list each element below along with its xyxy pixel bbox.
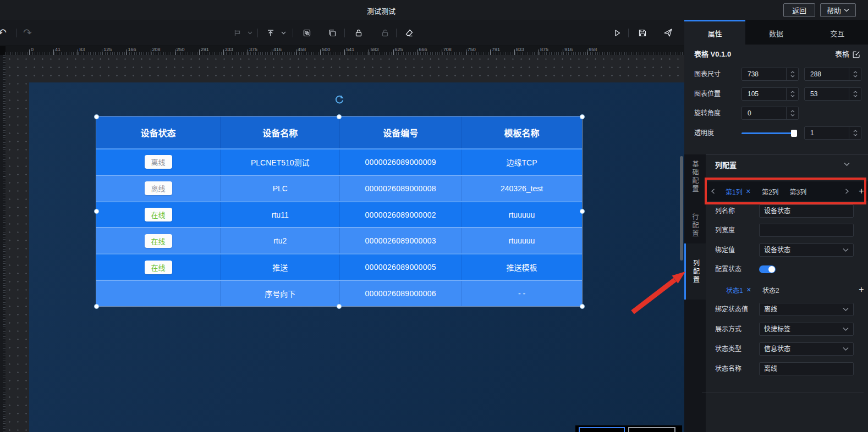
- select-field[interactable]: 快捷标签: [759, 323, 854, 336]
- selection-handle[interactable]: [580, 209, 585, 214]
- panel-scrollbar[interactable]: [680, 156, 683, 261]
- back-button[interactable]: 返回: [783, 3, 815, 17]
- publish-icon[interactable]: [661, 26, 674, 40]
- selection-handle[interactable]: [580, 304, 585, 309]
- chart-width-input[interactable]: 738: [741, 68, 799, 81]
- close-icon[interactable]: ✕: [746, 188, 751, 195]
- ruler-label: 0: [31, 47, 34, 52]
- device-code-cell: 0000026089000005: [339, 254, 461, 280]
- unlock-icon[interactable]: [378, 26, 392, 40]
- redo-icon[interactable]: ↷: [21, 26, 34, 40]
- chart-y-input[interactable]: 53: [804, 87, 861, 101]
- opacity-slider[interactable]: [741, 132, 796, 134]
- select-field[interactable]: 信息状态: [759, 342, 854, 356]
- table-widget[interactable]: 设备状态设备名称设备编号模板名称 离线PLCNET510测试0000026089…: [96, 117, 582, 306]
- close-icon[interactable]: ✕: [746, 286, 751, 293]
- ruler-tick: [344, 49, 345, 55]
- ruler-label: 625: [395, 47, 403, 52]
- minimap-viewport[interactable]: [579, 427, 625, 432]
- field-value: 离线: [764, 363, 777, 375]
- selection-handle[interactable]: [94, 209, 99, 214]
- status-tab[interactable]: 状态1✕: [726, 285, 751, 295]
- ruler-label: 708: [443, 47, 452, 52]
- table-row: 序号向下0000026089000006- -: [96, 280, 582, 306]
- input-field[interactable]: [759, 224, 854, 237]
- ruler-label: 958: [589, 47, 597, 52]
- play-icon[interactable]: [611, 26, 624, 40]
- horizontal-ruler: 0418312516620825029133337541645850054158…: [0, 46, 684, 55]
- widget-title: 表格 V0.1.0: [694, 48, 731, 61]
- help-button[interactable]: 帮助: [820, 3, 856, 17]
- minimap-frame[interactable]: [628, 427, 675, 432]
- copy-icon[interactable]: [326, 26, 339, 40]
- device-name-cell: rtu2: [220, 228, 339, 253]
- selection-handle[interactable]: [94, 304, 99, 309]
- stepper[interactable]: [849, 88, 861, 100]
- stepper[interactable]: [786, 88, 798, 100]
- rotate-handle-icon[interactable]: [333, 93, 345, 106]
- column-tab[interactable]: 第2列: [762, 187, 779, 196]
- stepper[interactable]: [849, 68, 861, 80]
- status-cell: 离线: [96, 149, 220, 175]
- sidebar-item-row-config[interactable]: 行配置: [684, 211, 706, 240]
- stepper[interactable]: [786, 68, 798, 80]
- design-canvas[interactable]: 设备状态设备名称设备编号模板名称 离线PLCNET510测试0000026089…: [29, 82, 684, 432]
- add-column-button[interactable]: +: [855, 186, 868, 196]
- tab-properties[interactable]: 属性: [684, 20, 745, 45]
- stepper[interactable]: [786, 107, 798, 119]
- chevron-down-icon[interactable]: [844, 162, 850, 167]
- rotate-label: 旋转角度: [694, 107, 721, 120]
- save-icon[interactable]: [636, 26, 649, 40]
- sidebar-item-column-config[interactable]: 列配置: [684, 243, 706, 300]
- eraser-icon[interactable]: [403, 26, 416, 40]
- opacity-input[interactable]: 1: [804, 126, 861, 140]
- group-icon[interactable]: [300, 26, 314, 40]
- ruler-label: 83: [79, 47, 85, 52]
- status-tab-label: 状态1: [726, 285, 743, 295]
- tab-interaction[interactable]: 交互: [807, 20, 868, 45]
- chevron-down-icon[interactable]: [277, 26, 290, 40]
- config-status-toggle[interactable]: [759, 265, 776, 273]
- chevron-left-icon[interactable]: [706, 189, 720, 194]
- tab-data[interactable]: 数据: [745, 20, 806, 45]
- chart-x-input[interactable]: 105: [741, 87, 799, 101]
- align-top-icon[interactable]: [264, 26, 277, 40]
- edit-icon[interactable]: [853, 51, 860, 58]
- chevron-right-icon[interactable]: [839, 189, 854, 194]
- field-label: 状态类型: [715, 342, 741, 356]
- undo-icon[interactable]: ↶: [0, 26, 9, 40]
- stepper[interactable]: [849, 127, 861, 139]
- ruler-label: 583: [370, 47, 378, 52]
- lock-icon[interactable]: [352, 26, 365, 40]
- input-field[interactable]: 离线: [759, 362, 854, 375]
- field-label: 绑定状态值: [715, 303, 748, 316]
- input-field[interactable]: 设备状态: [759, 204, 854, 218]
- rotate-input[interactable]: 0: [741, 107, 799, 120]
- align-flag-icon[interactable]: [231, 26, 244, 40]
- opacity-slider-thumb[interactable]: [791, 130, 797, 137]
- selection-handle[interactable]: [337, 114, 342, 119]
- table-header-cell: 设备状态: [96, 117, 220, 148]
- chevron-down-icon[interactable]: [243, 26, 256, 40]
- position-label: 图表位置: [694, 87, 721, 101]
- vertical-ruler: [0, 55, 6, 432]
- select-field[interactable]: 离线: [759, 303, 854, 316]
- select-field[interactable]: 设备状态: [759, 243, 854, 257]
- selection-handle[interactable]: [94, 114, 99, 119]
- minimap[interactable]: [575, 425, 682, 432]
- field-label: 状态名称: [715, 362, 741, 375]
- add-status-button[interactable]: +: [855, 285, 868, 295]
- selection-handle[interactable]: [580, 114, 585, 119]
- status-tab[interactable]: 状态2: [762, 285, 779, 295]
- ruler-label: 125: [103, 47, 112, 52]
- table-header-cell: 设备名称: [220, 117, 339, 148]
- chart-height-input[interactable]: 288: [804, 68, 861, 81]
- sidebar-item-basic-config[interactable]: 基础配置: [684, 158, 706, 196]
- chevron-down-icon: [844, 8, 849, 12]
- device-code-cell: 0000026089000009: [339, 149, 461, 175]
- selection-handle[interactable]: [337, 304, 342, 309]
- toggle-knob: [768, 266, 775, 273]
- column-tab[interactable]: 第3列: [790, 187, 807, 196]
- column-tab[interactable]: 第1列✕: [726, 187, 751, 196]
- properties-panel: 属性 数据 交互 表格 V0.1.0 表格 图表尺寸 738 288 图表位置: [684, 20, 868, 432]
